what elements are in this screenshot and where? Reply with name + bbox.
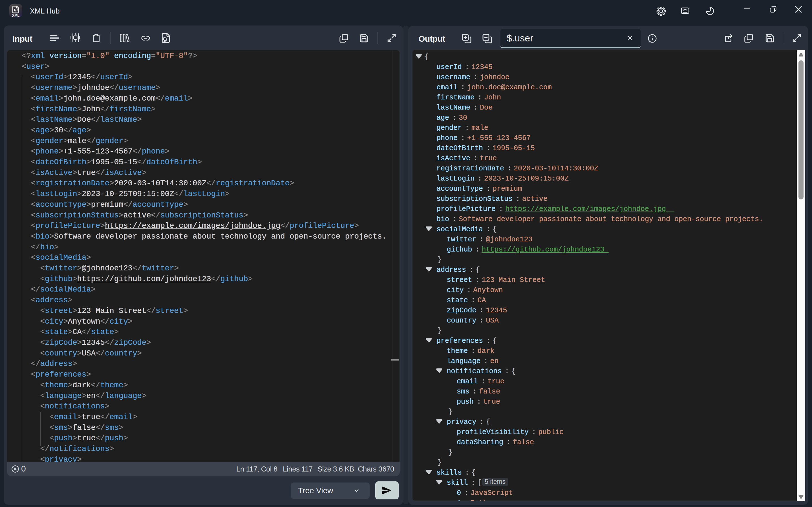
svg-text:XML: XML [12, 13, 20, 17]
